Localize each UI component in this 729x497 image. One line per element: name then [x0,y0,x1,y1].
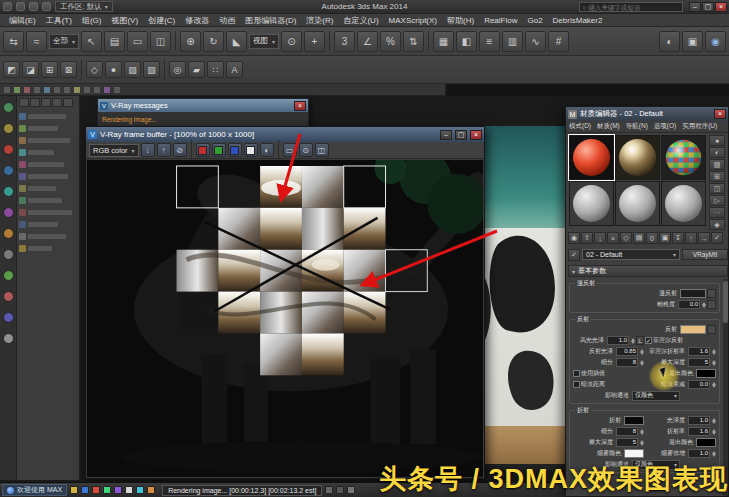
menu-go2[interactable]: Go2 [522,14,547,27]
minibar-icon[interactable] [83,86,91,94]
material-navigator-icon[interactable]: ◈ [709,219,725,230]
make-preview-icon[interactable]: ▷ [709,195,725,206]
spinner-snap-icon[interactable]: ⇅ [403,31,424,52]
select-by-name-icon[interactable]: ▤ [104,31,125,52]
red-channel-icon[interactable] [196,143,210,157]
minibar-icon[interactable] [73,86,81,94]
mirror-icon[interactable]: ◧ [456,31,477,52]
maximize-button[interactable]: ▢ [455,130,467,140]
scrollbar-thumb[interactable] [723,281,728,323]
spinner[interactable] [711,416,716,425]
spinner[interactable] [711,449,716,458]
freeform-icon[interactable]: ◪ [22,61,39,78]
refraction-color-swatch[interactable] [624,416,644,425]
put-to-library-icon[interactable]: ▤ [633,232,645,244]
sample-slot-red[interactable] [569,135,614,180]
menu-customize[interactable]: 自定义(U) [338,14,383,27]
get-material-icon[interactable]: ◉ [568,232,580,244]
alpha-channel-icon[interactable] [244,143,258,157]
taskbar-icon[interactable] [114,486,122,494]
menu-navigation[interactable]: 导航(N) [623,122,651,131]
minibar-icon[interactable] [3,86,11,94]
panel-tab[interactable] [30,98,40,107]
fog-multiplier-field[interactable]: 1.0 [688,449,710,458]
sample-type-icon[interactable]: ● [709,135,725,146]
max-depth-field[interactable]: 5 [688,358,710,367]
script-icon[interactable] [3,144,14,155]
list-item[interactable] [19,110,77,122]
script-icon[interactable] [3,312,14,323]
go-to-parent-icon[interactable]: ↑ [685,232,697,244]
list-item[interactable] [19,218,77,230]
exit-color-swatch[interactable] [696,369,716,378]
spinner[interactable] [639,427,644,436]
reset-map-icon[interactable]: × [607,232,619,244]
redo-icon[interactable] [42,2,51,11]
close-button[interactable]: × [714,109,726,119]
spinner[interactable] [639,358,644,367]
pivot-center-icon[interactable]: ⊙ [281,31,302,52]
bind-spacewarp-icon[interactable]: ≈ [26,31,47,52]
material-editor-titlebar[interactable]: M 材质编辑器 - 02 - Default × [566,107,728,121]
region-render-icon[interactable]: ▭ [283,143,297,157]
list-item[interactable] [19,242,77,254]
script-icon[interactable] [3,207,14,218]
show-in-viewport-icon[interactable]: ▣ [659,232,671,244]
make-unique-icon[interactable]: ◇ [620,232,632,244]
window-crossing-icon[interactable]: ◫ [150,31,171,52]
menu-modes[interactable]: 模式(D) [566,122,594,131]
show-end-result-icon[interactable]: ↧ [672,232,684,244]
render-canvas[interactable] [87,160,483,477]
sample-slot-gray[interactable] [615,181,660,226]
load-image-icon[interactable]: ↑ [157,143,171,157]
select-move-icon[interactable]: ⊕ [180,31,201,52]
snap-toggle-button[interactable]: 3 [334,31,355,52]
reflection-color-swatch[interactable] [680,325,706,334]
script-icon[interactable] [3,165,14,176]
taskbar-icon[interactable] [92,486,100,494]
list-item[interactable] [19,158,77,170]
app-menu-icon[interactable] [3,2,12,11]
graphite-tools-icon[interactable]: ◩ [3,61,20,78]
go-forward-icon[interactable]: → [698,232,710,244]
panel-tab[interactable] [52,98,62,107]
paint-deform-icon[interactable]: ∷ [207,61,224,78]
options-icon[interactable]: ⋯ [709,207,725,218]
material-type-button[interactable]: VRayMtl [682,249,728,260]
named-selection-icon[interactable]: ▦ [433,31,454,52]
percent-snap-icon[interactable]: % [380,31,401,52]
material-id-icon[interactable]: 0 [646,232,658,244]
refr-exit-color-swatch[interactable] [696,438,716,447]
minibar-icon[interactable] [23,86,31,94]
minimize-button[interactable]: – [689,2,701,12]
script-icon[interactable] [3,228,14,239]
backlight-icon[interactable]: ◐ [709,147,725,158]
script-icon[interactable] [3,102,14,113]
taskbar-icon[interactable] [70,486,78,494]
minibar-icon[interactable] [93,86,101,94]
ior-field[interactable]: 1.6 [688,427,710,436]
maximize-button[interactable]: ▢ [702,2,714,12]
lock-button[interactable]: L [636,336,644,345]
selection-paint-icon[interactable]: ⊞ [41,61,58,78]
refl-gloss-field[interactable]: 0.85 [616,347,638,356]
select-manipulate-icon[interactable]: + [304,31,325,52]
minibar-icon[interactable] [13,86,21,94]
glossiness-field[interactable]: 1.0 [688,416,710,425]
script-icon[interactable] [3,186,14,197]
object-paint-icon[interactable]: ⊠ [60,61,77,78]
reference-coordinate-dropdown[interactable]: 视图 ▾ [249,34,279,49]
spinner[interactable] [711,427,716,436]
edge-loop-icon[interactable]: ● [105,61,122,78]
status-icon[interactable] [347,486,355,494]
pick-from-object-icon[interactable]: ✓ [568,249,580,261]
menu-maxscript[interactable]: MAXScript(X) [384,14,442,27]
select-rotate-icon[interactable]: ↻ [203,31,224,52]
polygon-modeling-icon[interactable]: ◇ [86,61,103,78]
taskbar-icon[interactable] [125,486,133,494]
menu-group[interactable]: 组(G) [77,14,107,27]
close-button[interactable]: × [294,101,306,111]
search-input[interactable] [588,4,676,11]
panel-tab[interactable] [63,98,73,107]
list-item[interactable] [19,230,77,242]
